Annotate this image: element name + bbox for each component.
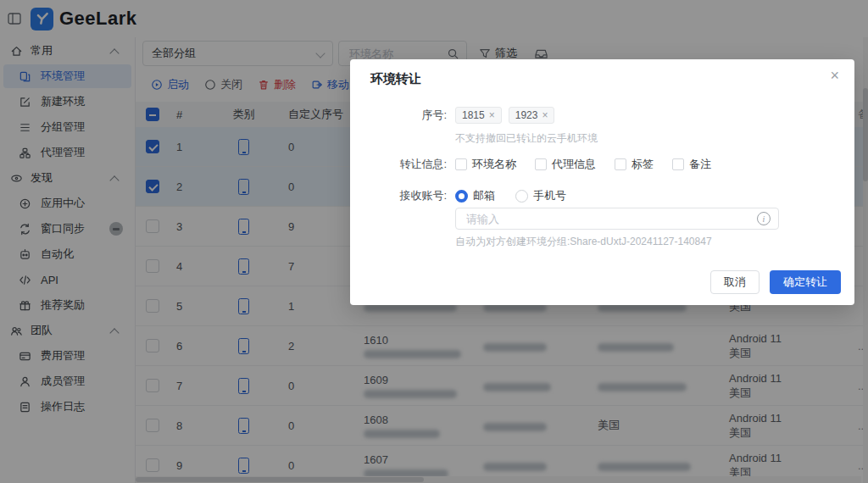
checkbox-icon <box>615 158 626 170</box>
account-input[interactable] <box>465 212 757 226</box>
option-label: 备注 <box>689 157 711 172</box>
receive-account-label: 接收账号: <box>370 188 455 203</box>
option-label: 手机号 <box>533 188 566 203</box>
cancel-button[interactable]: 取消 <box>710 270 760 294</box>
transfer-info-label: 转让信息: <box>370 157 455 172</box>
receive-option-email[interactable]: 邮箱 <box>455 188 495 203</box>
serial-tag-value: 1815 <box>462 109 485 121</box>
receive-account-row: 接收账号: 邮箱 手机号 <box>370 188 834 203</box>
checkbox-icon <box>672 158 684 170</box>
app-window: GeeLark 常用 环境管理 新建环境 分组管理 代理管理 发现 <box>0 0 868 483</box>
transfer-option-env-name[interactable]: 环境名称 <box>455 157 516 172</box>
receive-option-phone[interactable]: 手机号 <box>515 188 566 203</box>
checkbox-icon <box>535 158 547 170</box>
serial-hint: 不支持撤回已转让的云手机环境 <box>455 131 598 146</box>
serial-row: 序号: 1815× 1923× <box>370 107 834 124</box>
modal-title: 环境转让 <box>370 71 421 87</box>
tag-close-icon[interactable]: × <box>542 109 548 121</box>
serial-tag-value: 1923 <box>515 109 538 121</box>
radio-icon <box>515 190 528 203</box>
input-hint: 自动为对方创建环境分组:Share-dUxtJ-20241127-140847 <box>455 235 712 249</box>
tag-close-icon[interactable]: × <box>489 109 495 121</box>
transfer-option-remark[interactable]: 备注 <box>672 157 711 172</box>
serial-label: 序号: <box>370 108 455 123</box>
checkbox-icon <box>455 158 467 170</box>
option-label: 环境名称 <box>472 157 516 172</box>
close-icon[interactable]: × <box>830 68 839 83</box>
radio-icon <box>455 190 468 203</box>
transfer-option-tags[interactable]: 标签 <box>615 157 654 172</box>
option-label: 标签 <box>632 157 654 172</box>
option-label: 邮箱 <box>473 188 495 203</box>
receive-account-input[interactable]: i <box>455 208 779 230</box>
transfer-modal: 环境转让 × 序号: 1815× 1923× 不支持撤回已转让的云手机环境 转让… <box>350 59 854 305</box>
serial-tag: 1923× <box>509 107 555 124</box>
info-icon: i <box>757 212 771 225</box>
transfer-info-row: 转让信息: 环境名称 代理信息 标签 备注 <box>370 157 834 172</box>
modal-footer: 取消 确定转让 <box>710 270 841 294</box>
serial-tag: 1815× <box>455 107 502 124</box>
transfer-option-proxy-info[interactable]: 代理信息 <box>535 157 596 172</box>
option-label: 代理信息 <box>552 157 596 172</box>
confirm-transfer-button[interactable]: 确定转让 <box>770 270 841 294</box>
